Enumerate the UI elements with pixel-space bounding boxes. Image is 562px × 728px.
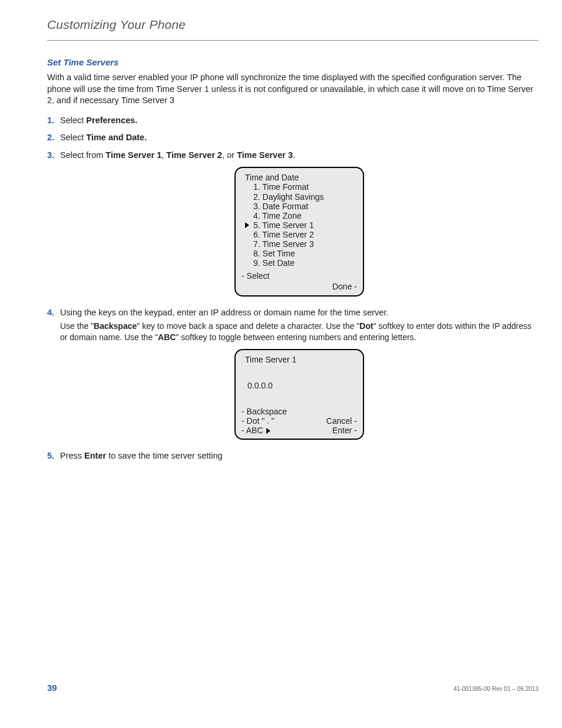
step-5-bold: Enter (84, 451, 106, 460)
screen1-title: Time and Date (242, 173, 357, 182)
step-3-pre: Select from (60, 150, 105, 160)
screen1-softkey-done: Done - (332, 282, 357, 291)
step-3-b1: Time Server 1 (105, 150, 161, 160)
steps-list: Select Preferences. Select Time and Date… (47, 115, 538, 462)
screen1-menu: 1. Time Format 2. Daylight Savings 3. Da… (242, 182, 357, 268)
page-footer: 39 41-001385-00 Rev 01 – 06.2013 (47, 683, 538, 693)
running-head: Customizing Your Phone (47, 18, 538, 41)
page-number: 39 (47, 683, 57, 693)
phone-screen-time-server-1: Time Server 1 0.0.0.0 - Backspace - Dot … (234, 349, 364, 440)
section-intro: With a valid time server enabled your IP… (47, 72, 538, 107)
step-3-tail: . (293, 150, 295, 160)
screen1-item-7: 7. Time Server 3 (253, 239, 357, 249)
phone-screen-time-and-date: Time and Date 1. Time Format 2. Daylight… (234, 167, 364, 296)
step-5-post: to save the time server setting (106, 451, 222, 460)
screen2-value: 0.0.0.0 (242, 381, 357, 390)
step-4-line2: Use the "Backspace" key to move back a s… (60, 321, 538, 343)
step-3-b3: Time Server 3 (237, 150, 293, 160)
step-2: Select Time and Date. (47, 132, 538, 144)
screen2-softkey-abc: - ABC (242, 426, 287, 435)
screen2-softkey-enter: Enter - (326, 426, 357, 435)
step-4-a: Use the " (60, 321, 94, 331)
step-4-b: " key to move back a space and delete a … (137, 321, 359, 331)
step-1: Select Preferences. (47, 115, 538, 127)
step-4-bb: Dot (359, 321, 373, 331)
screen2-softkey-cancel: Cancel - (326, 416, 357, 426)
step-4-line1: Using the keys on the keypad, enter an I… (60, 308, 388, 317)
step-4-ab: Backspace (94, 321, 137, 331)
section-title: Set Time Servers (47, 57, 538, 67)
step-1-bold: Preferences. (86, 116, 137, 125)
step-3: Select from Time Server 1, Time Server 2… (47, 150, 538, 297)
screen1-item-2: 2. Daylight Savings (253, 192, 357, 202)
screen1-item-8: 8. Set Time (253, 249, 357, 258)
step-2-bold: Time and Date. (86, 133, 147, 142)
step-3-sep2: , or (222, 150, 237, 160)
screen1-item-6: 6. Time Server 2 (253, 230, 357, 239)
screen1-item-4: 4. Time Zone (253, 211, 357, 220)
step-2-pre: Select (60, 133, 86, 142)
step-1-pre: Select (60, 116, 86, 125)
chevron-right-icon (266, 428, 270, 434)
screen2-softkey-dot: - Dot " . " (242, 416, 287, 426)
screen2-title: Time Server 1 (242, 355, 357, 364)
screen1-item-9: 9. Set Date (253, 258, 357, 268)
step-4-d: " softkey to toggle between entering num… (176, 332, 416, 342)
screen2-softkey-backspace: - Backspace (242, 407, 287, 416)
doc-revision: 41-001385-00 Rev 01 – 06.2013 (454, 686, 538, 692)
screen1-item-1: 1. Time Format (253, 182, 357, 192)
screen1-softkey-select: - Select (242, 271, 269, 281)
screen1-item-3: 3. Date Format (253, 202, 357, 211)
step-5: Press Enter to save the time server sett… (47, 450, 538, 462)
step-3-b2: Time Server 2 (166, 150, 222, 160)
step-4-cb: ABC (158, 332, 176, 342)
step-4: Using the keys on the keypad, enter an I… (47, 307, 538, 440)
step-5-pre: Press (60, 451, 84, 460)
screen1-item-5: 5. Time Server 1 (253, 220, 357, 230)
